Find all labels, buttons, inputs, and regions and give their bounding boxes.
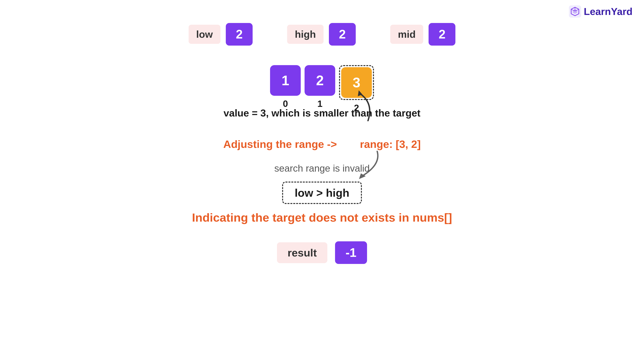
low-value: 2: [226, 23, 252, 45]
array-cell-0: 1 0: [270, 65, 301, 109]
search-invalid-text: search range is invalid: [274, 163, 370, 174]
mid-value: 2: [428, 23, 456, 45]
low-label: low: [188, 25, 220, 44]
mid-label: mid: [390, 25, 423, 44]
result-label: result: [277, 242, 327, 263]
result-value: -1: [335, 241, 367, 264]
value-text: value = 3, which is smaller than the tar…: [0, 107, 644, 119]
top-vars-container: low 2 high 2 mid 2: [0, 23, 644, 45]
logo-area: LearnYard: [569, 5, 632, 18]
var-group-mid: mid 2: [390, 23, 456, 45]
cell-box-0: 1: [270, 65, 301, 96]
array-cell-1: 2 1: [304, 65, 335, 109]
var-group-low: low 2: [188, 23, 253, 45]
search-invalid-area: search range is invalid low > high: [0, 163, 644, 204]
high-label: high: [287, 25, 324, 44]
high-value: 2: [329, 23, 356, 45]
indicating-section: Indicating the target does not exists in…: [0, 211, 644, 224]
cell-box-1: 2: [304, 65, 335, 96]
adjusting-label: Adjusting the range ->: [223, 138, 337, 150]
array-area: 1 0 2 1 3 2: [0, 65, 644, 113]
var-group-high: high 2: [287, 23, 356, 45]
indicating-text: Indicating the target does not exists in…: [192, 211, 452, 224]
result-area: result -1: [0, 241, 644, 264]
low-high-box: low > high: [282, 182, 362, 204]
adjusting-section: Adjusting the range -> range: [3, 2]: [0, 138, 644, 150]
learnyard-logo-icon: [569, 5, 581, 18]
logo-text: LearnYard: [584, 6, 632, 17]
range-label: range: [3, 2]: [360, 138, 421, 150]
